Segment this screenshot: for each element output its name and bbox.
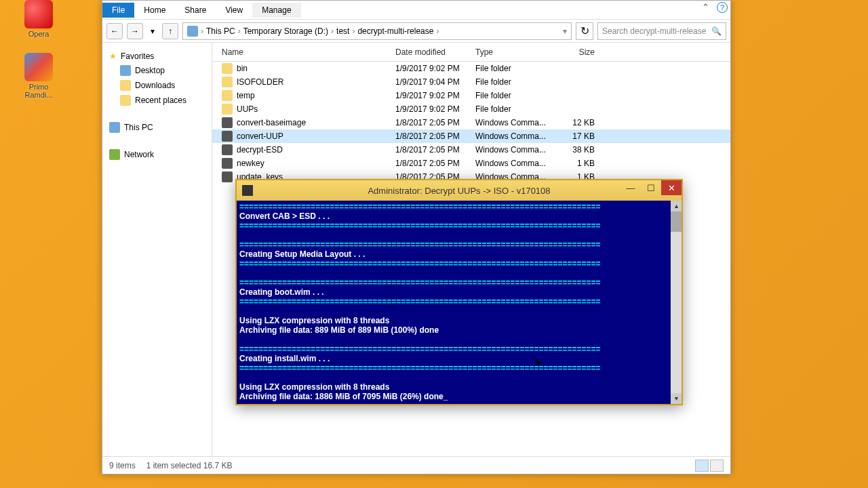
desktop-icon [120,65,131,76]
nav-label: Desktop [135,66,165,75]
file-size: 38 KB [554,145,601,155]
breadcrumb-item[interactable]: This PC [206,26,235,36]
col-header-date[interactable]: Date modified [395,47,475,57]
chevron-right-icon: › [201,26,203,36]
tab-home[interactable]: Home [134,3,175,18]
scroll-thumb[interactable] [671,211,682,232]
history-dropdown-icon[interactable]: ▾ [147,23,158,39]
file-name: convert-UUP [237,131,283,141]
file-type: Windows Comma... [475,159,554,168]
file-row[interactable]: newkey1/8/2017 2:05 PMWindows Comma...1 … [212,157,730,170]
chevron-up-icon[interactable]: ⌃ [699,2,711,13]
nav-favorites[interactable]: ★Favorites [102,49,212,63]
file-rows: bin1/9/2017 9:02 PMFile folderISOFOLDER1… [212,62,730,184]
desktop-icon-label: Opera [15,30,62,38]
maximize-button[interactable]: ☐ [641,180,661,195]
nav-network[interactable]: Network [102,147,212,162]
cmd-line [239,230,679,240]
file-row[interactable]: ISOFOLDER1/9/2017 9:04 PMFile folder [212,75,730,89]
cmd-titlebar[interactable]: Administrator: Decrypt UUPs -> ISO - v17… [237,180,682,201]
scroll-down-icon[interactable]: ▾ [671,393,682,404]
up-button[interactable]: ↑ [162,23,178,39]
search-input[interactable]: Search decrypt-multi-release 🔍 [597,22,726,40]
scrollbar[interactable]: ▴ ▾ [671,201,682,404]
refresh-button[interactable]: ↻ [576,22,593,40]
primo-icon [24,53,53,81]
file-date: 1/9/2017 9:02 PM [395,104,475,114]
cmd-sys-buttons: — ☐ ✕ [620,180,682,195]
file-row[interactable]: UUPs1/9/2017 9:02 PMFile folder [212,102,730,116]
desktop-icon-label: Primo Ramdi... [15,83,62,99]
forward-button[interactable]: → [127,23,143,39]
search-placeholder: Search decrypt-multi-release [602,26,706,36]
file-row[interactable]: bin1/9/2017 9:02 PMFile folder [212,62,730,75]
cmd-line: ========================================… [239,259,679,268]
cmd-line: Using LZX compression with 8 threads [239,382,679,392]
folder-icon [222,90,233,101]
navigation-bar: ← → ▾ ↑ › This PC › Temporary Storage (D… [102,20,730,43]
view-icons-button[interactable] [710,460,724,472]
tab-share[interactable]: Share [175,3,216,18]
nav-label: Favorites [121,52,154,61]
cmd-file-icon [222,171,233,182]
col-header-size[interactable]: Size [554,47,601,57]
scroll-up-icon[interactable]: ▴ [671,201,682,211]
status-bar: 9 items 1 item selected 16.7 KB [102,456,730,474]
nav-label: Downloads [135,81,175,90]
nav-thispc[interactable]: This PC [102,120,212,135]
nav-downloads[interactable]: Downloads [102,78,212,93]
file-row[interactable]: convert-baseimage1/8/2017 2:05 PMWindows… [212,116,730,129]
opera-icon [24,0,53,28]
breadcrumb[interactable]: › This PC › Temporary Storage (D:) › tes… [182,22,572,40]
status-item-count: 9 items [109,461,136,470]
file-date: 1/8/2017 2:05 PM [395,145,475,155]
cmd-line: Convert CAB > ESD . . . [239,211,679,221]
desktop-icon-opera[interactable]: Opera [15,0,62,38]
cmd-icon [242,185,253,196]
desktop-icon-primo[interactable]: Primo Ramdi... [15,53,62,99]
breadcrumb-item[interactable]: Temporary Storage (D:) [243,26,328,36]
tab-manage[interactable]: Manage [252,3,300,18]
cmd-line: ========================================… [239,363,679,373]
file-date: 1/9/2017 9:02 PM [395,64,475,73]
navigation-pane: ★Favorites Desktop Downloads Recent plac… [102,43,212,456]
file-name: decrypt-ESD [237,145,283,155]
nav-desktop[interactable]: Desktop [102,63,212,78]
col-header-type[interactable]: Type [475,47,554,57]
minimize-button[interactable]: — [620,180,641,195]
breadcrumb-item[interactable]: decrypt-multi-release [357,26,433,36]
file-date: 1/8/2017 2:05 PM [395,131,475,141]
chevron-right-icon: › [352,26,355,36]
back-button[interactable]: ← [106,23,123,39]
cmd-line: ========================================… [239,202,679,211]
nav-recent[interactable]: Recent places [102,93,212,108]
cmd-line: ========================================… [239,221,679,230]
help-icon[interactable]: ? [717,2,728,13]
view-buttons [695,460,724,472]
file-date: 1/9/2017 9:04 PM [395,77,475,87]
breadcrumb-dropdown-icon[interactable]: ▾ [563,26,567,36]
breadcrumb-item[interactable]: test [336,26,349,36]
file-size: 17 KB [554,131,601,141]
status-selected: 1 item selected 16.7 KB [146,461,233,470]
close-button[interactable]: ✕ [661,180,682,195]
file-row[interactable]: decrypt-ESD1/8/2017 2:05 PMWindows Comma… [212,143,730,157]
nav-label: Recent places [135,96,186,105]
cmd-line: ========================================… [239,344,679,354]
file-type: File folder [475,77,554,87]
tab-file[interactable]: File [102,3,134,18]
file-name: newkey [237,159,264,168]
cmd-line [239,306,679,316]
chevron-right-icon: › [331,26,334,36]
file-row[interactable]: temp1/9/2017 9:02 PMFile folder [212,89,730,102]
file-type: Windows Comma... [475,118,554,127]
tab-view[interactable]: View [216,3,252,18]
cmd-file-icon [222,131,233,142]
file-row[interactable]: convert-UUP1/8/2017 2:05 PMWindows Comma… [212,129,730,143]
col-header-name[interactable]: Name [222,47,395,57]
cmd-line: ========================================… [239,240,679,249]
file-size: 12 KB [554,118,601,127]
view-details-button[interactable] [695,460,709,472]
search-icon: 🔍 [711,26,722,36]
pc-icon [109,122,120,133]
